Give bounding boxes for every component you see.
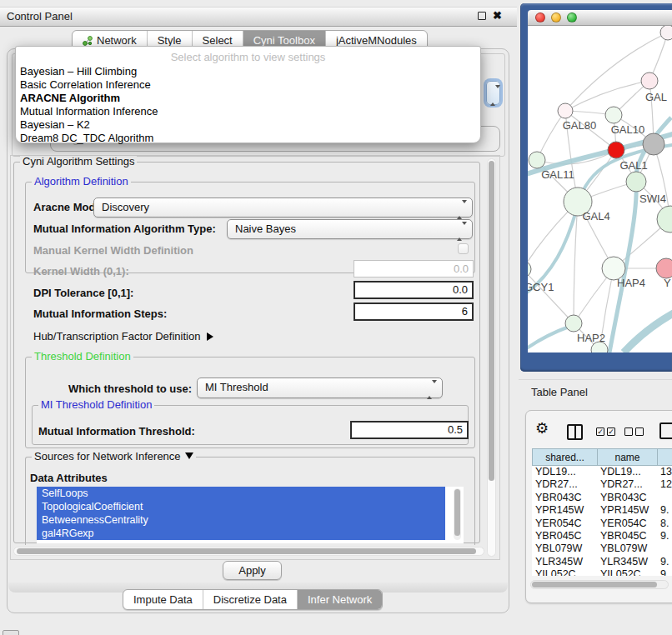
network-node[interactable] [558,103,573,118]
algorithm-combo-button[interactable] [486,81,500,105]
table-cell [657,542,672,555]
column-header-clipped[interactable] [657,448,672,466]
table-cell: 12 [657,478,672,491]
network-window-titlebar[interactable] [528,10,672,26]
network-node[interactable] [656,258,672,278]
algorithm-item-mutual-information-inference[interactable]: Mutual Information Inference [16,105,480,118]
table-cell: 9 [657,568,672,576]
minimize-traffic-light[interactable] [551,12,561,22]
sources-toggle[interactable]: Sources for Network Inference [32,451,196,462]
network-node[interactable] [529,152,545,168]
table-cell: YDL19... [597,466,657,478]
node-label-y: Y [664,277,671,289]
attribute-item-betweennesscentrality[interactable]: BetweennessCentrality [37,513,445,527]
apply-button[interactable]: Apply [223,561,282,580]
zoom-traffic-light[interactable] [567,12,577,22]
network-node[interactable] [660,26,672,40]
hub-definition-toggle[interactable]: Hub/Transcription Factor Definition [33,330,213,343]
dpi-tolerance-field[interactable]: 0.0 [354,281,474,299]
tab-infer-network[interactable]: Infer Network [298,590,382,609]
settings-vscrollbar-thumb[interactable] [489,161,494,481]
table-cell: YBL079W [532,542,597,555]
node-label-gal10: GAL10 [611,123,644,136]
deselect-all-icon[interactable] [624,428,644,436]
mi-type-label: Mutual Information Algorithm Type: [33,222,216,236]
settings-hscrollbar-thumb[interactable] [17,548,476,554]
algorithm-placeholder: Select algorithm to view settings [16,49,480,65]
table-cell: YPR145W [597,504,657,517]
mi-threshold-label: Mutual Information Threshold: [38,425,195,438]
attribute-item-topologicalcoefficient[interactable]: TopologicalCoefficient [37,500,445,513]
table-cell: 9. [657,530,672,542]
which-threshold-select[interactable]: MI Threshold [197,378,443,398]
kernel-width-field[interactable]: 0.0 [354,260,474,278]
table-row[interactable]: YBR045CYBR045C9. [532,530,672,542]
data-attributes-label: Data Attributes [30,472,108,485]
node-label-gal11: GAL11 [541,168,574,181]
select-all-icon[interactable]: ✓✓ [596,428,615,436]
algorithm-dropdown-popup: Select algorithm to view settings Bayesi… [15,46,481,143]
aracne-mode-select[interactable]: Discovery [93,198,473,218]
network-node[interactable] [643,133,664,155]
node-label-swi4: SWI4 [639,192,666,205]
disclosure-down-icon [185,452,193,459]
table-cell: YBR045C [532,530,597,542]
table-cell: YPR145W [532,504,597,517]
close-icon[interactable]: ✖ [493,8,502,23]
network-node[interactable] [608,142,624,158]
mi-steps-label: Mutual Information Steps: [33,308,167,321]
table-row[interactable]: YDL19...YDL19...13 [532,466,672,478]
table-cell: YER054C [597,518,657,530]
gear-icon[interactable]: ⚙ [535,420,549,437]
network-node[interactable] [528,261,531,278]
mi-threshold-field[interactable]: 0.5 [350,421,469,439]
combo-arrows-icon [490,88,500,103]
column-header-shared[interactable]: shared... [532,448,597,466]
cyni-bottom-tabs: Impute DataDiscretize DataInfer Network [123,589,383,610]
network-canvas[interactable]: GALGAL80GAL10GAL1GAL11SWI4GAL4GCY1HAP4YH… [528,26,672,352]
threshold-definition-title: Threshold Definition [32,351,133,362]
mi-steps-field[interactable]: 6 [354,302,474,321]
algorithm-item-dream8-dc-tdc-algorithm[interactable]: Dream8 DC_TDC Algorithm [16,132,480,145]
table-panel-title: Table Panel [531,386,588,398]
table-row[interactable]: YER054CYER054C8. [532,518,672,530]
table-cell: YBR043C [597,492,657,504]
network-node[interactable] [641,72,658,89]
table-row[interactable]: YPR145WYPR145W9. [532,504,672,517]
new-table-icon[interactable] [659,422,672,439]
disclosure-right-icon [207,332,213,341]
kernel-width-label: Kernel Width (0,1): [33,265,129,278]
control-panel-title: Control Panel [7,8,73,26]
table-row[interactable]: YIL052CYIL052C9 [532,568,672,576]
network-node[interactable] [605,107,622,123]
table-cell: YBR043C [532,492,597,504]
network-node[interactable] [565,315,582,332]
float-window-icon[interactable] [478,12,486,20]
table-row[interactable]: YBR043CYBR043C [532,492,672,504]
table-cell: YER054C [532,518,597,530]
table-row[interactable]: YDR27...YDR27...12 [532,478,672,491]
table-cell: YIL052C [597,568,657,576]
table-cell: YDR27... [532,478,597,491]
algorithm-item-aracne-algorithm[interactable]: ARACNE Algorithm [16,92,480,105]
manual-kernel-checkbox[interactable] [458,243,469,254]
sources-title: Sources for Network Inference [34,450,181,462]
tab-discretize-data[interactable]: Discretize Data [203,590,298,609]
table-hscrollbar-thumb[interactable] [532,582,657,588]
algorithm-item-basic-correlation-inference[interactable]: Basic Correlation Inference [16,78,480,92]
network-node[interactable] [626,172,646,192]
algorithm-item-bayesian-hill-climbing[interactable]: Bayesian – Hill Climbing [16,65,480,78]
close-traffic-light[interactable] [535,12,545,22]
mi-type-select[interactable]: Naive Bayes [227,219,473,239]
aracne-mode-value: Discovery [102,198,149,217]
table-row[interactable]: YBL079WYBL079W [532,542,672,555]
table-row[interactable]: YLR345WYLR345W9. [532,556,672,568]
attribute-item-gal4rgexp[interactable]: gal4RGexp [37,527,445,540]
column-header-name[interactable]: name [597,448,657,466]
tab-impute-data[interactable]: Impute Data [123,590,203,609]
algorithm-item-bayesian-k2[interactable]: Bayesian – K2 [16,118,480,132]
minimized-panel-icon[interactable] [3,630,19,635]
columns-icon[interactable] [567,424,583,440]
attribute-item-selfloops[interactable]: SelfLoops [37,487,445,500]
attributes-scrollbar[interactable] [454,488,461,540]
